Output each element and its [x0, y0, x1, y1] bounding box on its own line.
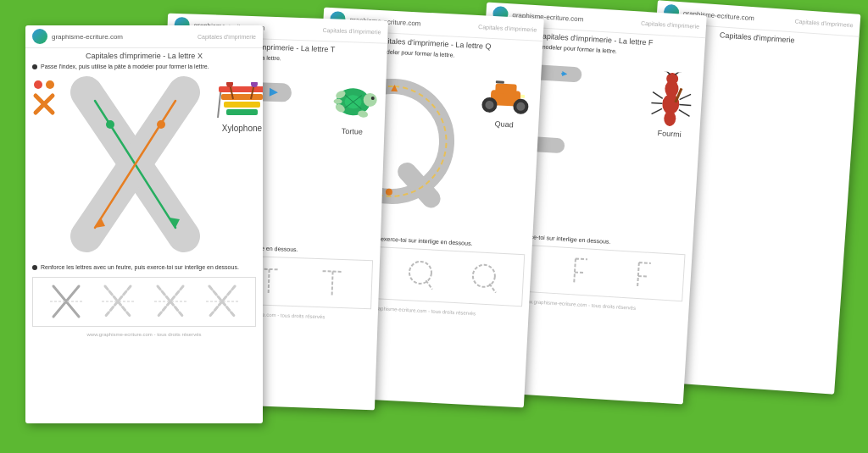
xylophone-svg [214, 82, 263, 120]
svg-line-16 [679, 105, 691, 106]
svg-line-36 [489, 284, 497, 292]
card-x-header: graphisme-ecriture.com Capitales d'impri… [25, 25, 263, 48]
svg-point-33 [409, 261, 431, 284]
svg-line-57 [269, 269, 270, 295]
practice-q-2 [403, 256, 437, 295]
svg-line-12 [653, 92, 663, 99]
xylophone-area: Xylophone [214, 75, 263, 133]
card-t-title-right: Capitales d'imprimerie [322, 26, 381, 34]
svg-point-66 [106, 120, 114, 129]
fourmi-label: Fourmi [657, 129, 682, 139]
practice-x-dash2 [154, 283, 186, 321]
card-x-title-right: Capitales d'imprimerie [198, 34, 256, 40]
card-x-url: graphisme-ecriture.com [52, 33, 123, 41]
dot-red [34, 80, 42, 89]
tortue-image [327, 77, 380, 125]
svg-point-69 [157, 120, 165, 129]
quad-label: Quad [495, 119, 515, 129]
practice-t-3 [319, 266, 347, 301]
bullet2 [32, 265, 37, 270]
svg-line-14 [652, 108, 662, 115]
svg-line-17 [679, 110, 690, 117]
instruction1-text: Passe l'index, puis utilise la pâte à mo… [41, 64, 209, 69]
svg-rect-74 [224, 102, 260, 108]
svg-rect-75 [226, 109, 258, 115]
xylophone-label: Xylophone [222, 124, 262, 133]
svg-line-59 [332, 272, 333, 297]
svg-rect-29 [496, 80, 504, 84]
practice-q-3 [467, 259, 501, 298]
practice-x-dash3 [206, 283, 238, 321]
practice-x-solid [50, 283, 82, 321]
fourmi-image [647, 70, 697, 128]
letter-x-svg [61, 75, 209, 253]
card-f-title-right: Capitales d'imprimerie [641, 19, 699, 29]
tortue-label: Tortue [342, 127, 363, 136]
dot-orange [46, 80, 54, 89]
quad-image [477, 74, 535, 119]
card-x-main-title: Capitales d'imprimerie - La lettre X [25, 48, 263, 62]
svg-line-13 [651, 103, 662, 104]
practice-x-dash1 [102, 283, 134, 321]
practice-f-3 [631, 259, 658, 293]
big-letter-x-area [61, 75, 209, 257]
svg-rect-24 [495, 83, 517, 94]
card-x-left-panel [32, 75, 56, 116]
instruction2-text: Renforce les lettres avec un feutre, pui… [41, 264, 239, 270]
small-x-icon [32, 92, 56, 116]
svg-point-35 [473, 264, 496, 287]
card-x-logo [32, 29, 47, 44]
card-x-footer: www.graphisme-ecriture.com - tous droits… [25, 329, 263, 340]
practice-f-2 [567, 255, 594, 289]
svg-line-15 [680, 94, 691, 101]
color-dots [34, 80, 54, 89]
card-x-instruction1: Passe l'index, puis utilise la pâte à mo… [25, 62, 263, 71]
svg-rect-72 [219, 86, 263, 92]
card-x: graphisme-ecriture.com Capitales d'impri… [25, 25, 263, 423]
bullet1 [32, 64, 37, 69]
card-x-content-row: Xylophone [25, 71, 263, 261]
card-q-title-right: Capitales d'imprimerie [478, 24, 537, 33]
card-last-title-right: Capitales d'imprimerie [794, 18, 853, 28]
svg-line-34 [426, 280, 433, 289]
svg-rect-73 [221, 94, 263, 100]
svg-line-9 [675, 70, 680, 75]
card-x-practice-row [32, 277, 256, 327]
svg-rect-30 [520, 95, 525, 98]
card-x-instruction2: Renforce les lettres avec un feutre, pui… [25, 262, 263, 272]
